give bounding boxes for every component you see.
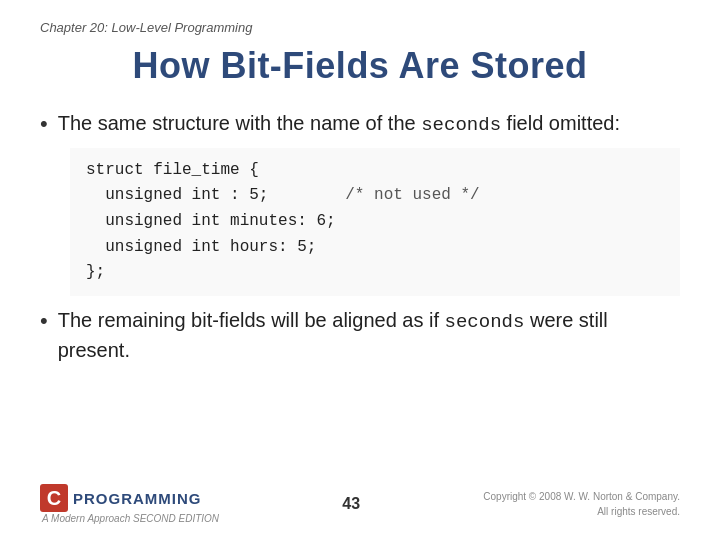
bullet-section-1: • The same structure with the name of th… xyxy=(40,109,680,296)
code-block: struct file_time { unsigned int : 5; /* … xyxy=(70,148,680,296)
bullet-item-2: • The remaining bit-fields will be align… xyxy=(40,306,680,366)
logo-subtitle: A Modern Approach SECOND EDITION xyxy=(40,513,219,524)
footer: C PROGRAMMING A Modern Approach SECOND E… xyxy=(0,484,720,524)
logo-top: C PROGRAMMING xyxy=(40,484,202,512)
bullet-text-1: The same structure with the name of the … xyxy=(58,109,620,140)
bullet-dot-2: • xyxy=(40,306,48,337)
bullet-text-2: The remaining bit-fields will be aligned… xyxy=(58,306,680,366)
bullet-section-2: • The remaining bit-fields will be align… xyxy=(40,306,680,366)
code-line-5: }; xyxy=(86,263,105,281)
logo-c-letter: C xyxy=(40,484,68,512)
copyright-line-1: Copyright © 2008 W. W. Norton & Company. xyxy=(483,489,680,504)
slide-title: How Bit-Fields Are Stored xyxy=(40,45,680,87)
code-line-2: unsigned int : 5; /* not used */ xyxy=(86,186,480,204)
footer-copyright: Copyright © 2008 W. W. Norton & Company.… xyxy=(483,489,680,519)
code-line-3: unsigned int minutes: 6; xyxy=(86,212,336,230)
seconds-code-1: seconds xyxy=(421,114,501,136)
copyright-line-2: All rights reserved. xyxy=(483,504,680,519)
slide: Chapter 20: Low-Level Programming How Bi… xyxy=(0,0,720,540)
bullet-item-1: • The same structure with the name of th… xyxy=(40,109,680,140)
seconds-code-2: seconds xyxy=(445,311,525,333)
chapter-label: Chapter 20: Low-Level Programming xyxy=(40,20,680,35)
footer-page-number: 43 xyxy=(342,495,360,513)
bullet-dot-1: • xyxy=(40,109,48,140)
code-line-4: unsigned int hours: 5; xyxy=(86,238,316,256)
footer-logo: C PROGRAMMING A Modern Approach SECOND E… xyxy=(40,484,219,524)
logo-programming-text: PROGRAMMING xyxy=(73,490,202,507)
code-line-1: struct file_time { xyxy=(86,161,259,179)
